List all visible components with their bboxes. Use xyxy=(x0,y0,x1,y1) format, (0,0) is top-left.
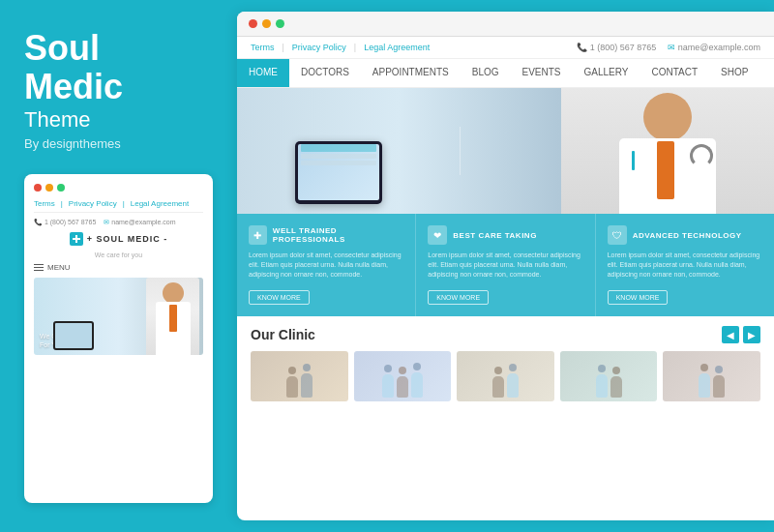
feature-title-1: WELL TRAINED PROFESSIONALS xyxy=(273,226,404,244)
site-hero xyxy=(237,88,774,214)
hero-tablet xyxy=(295,141,382,204)
legal-link[interactable]: Legal Agreement xyxy=(364,43,430,52)
hero-doctor xyxy=(605,88,730,214)
clinic-prev-btn[interactable]: ◀ xyxy=(722,326,739,343)
mobile-brand-name: + SOUL MEDIC - xyxy=(87,234,168,244)
mobile-doctor xyxy=(146,278,199,355)
clinic-section: Our Clinic ◀ ▶ xyxy=(237,316,774,411)
mobile-nav-links: Terms | Privacy Policy | Legal Agreement xyxy=(34,199,203,213)
know-more-btn-2[interactable]: KNOW MORE xyxy=(428,290,489,305)
nav-home[interactable]: HOME xyxy=(237,59,289,87)
brand-by: By designthemes xyxy=(24,136,213,151)
dot-yellow-browser xyxy=(262,19,271,28)
clinic-nav-buttons: ◀ ▶ xyxy=(722,326,760,343)
mobile-email: name@example.com xyxy=(111,219,175,225)
doctor-head xyxy=(163,282,184,304)
site-nav: HOME DOCTORS APPOINTMENTS BLOG EVENTS GA… xyxy=(237,59,774,88)
feature-title-3: ADVANCED TECHNOLOGY xyxy=(633,231,742,240)
left-panel: Soul Medic Theme By designthemes Terms |… xyxy=(0,0,237,532)
phone-icon: 📞 xyxy=(577,43,587,52)
nav-blog[interactable]: BLOG xyxy=(461,59,511,87)
feature-body-1: Lorem ipsum dolor sit amet, consectetur … xyxy=(249,251,403,279)
hero-stethoscope xyxy=(690,144,713,167)
mobile-email-icon: ✉ xyxy=(104,219,109,225)
hero-pen xyxy=(632,151,635,170)
hero-doctor-tie xyxy=(657,141,674,199)
hero-doctor-head xyxy=(643,93,692,141)
nav-events[interactable]: EVENTS xyxy=(511,59,573,87)
mobile-tagline: We care for you xyxy=(34,251,203,258)
feature-card-header-2: ❤ BEST CARE TAKING xyxy=(428,225,582,245)
dot-yellow xyxy=(45,184,53,192)
hero-doctor-area xyxy=(561,88,774,214)
mobile-brand: + SOUL MEDIC - xyxy=(34,232,203,246)
clinic-image-3 xyxy=(457,351,554,401)
feature-card-header-1: ✚ WELL TRAINED PROFESSIONALS xyxy=(249,225,403,245)
email-icon: ✉ xyxy=(668,43,675,52)
topbar-links: Terms | Privacy Policy | Legal Agreement xyxy=(251,43,430,52)
dot-green xyxy=(57,184,65,192)
feature-icon-2: ❤ xyxy=(428,225,447,245)
nav-contact[interactable]: CONTACT xyxy=(640,59,710,87)
nav-shop[interactable]: SHOP xyxy=(709,59,759,87)
clinic-image-1 xyxy=(251,351,348,401)
browser-chrome xyxy=(237,12,774,37)
clinic-next-btn[interactable]: ▶ xyxy=(743,326,760,343)
feature-card-professionals: ✚ WELL TRAINED PROFESSIONALS Lorem ipsum… xyxy=(237,214,416,316)
phone-number: 1 (800) 567 8765 xyxy=(590,43,657,52)
mobile-card-dots xyxy=(34,184,203,192)
email-address: name@example.com xyxy=(678,43,760,52)
clinic-image-2 xyxy=(354,351,452,401)
privacy-link[interactable]: Privacy Policy xyxy=(292,43,346,52)
clinic-images xyxy=(251,351,760,401)
feature-card-header-3: 🛡 ADVANCED TECHNOLOGY xyxy=(608,225,762,245)
mobile-phone-icon: 📞 xyxy=(34,219,43,225)
tablet-screen-bar2 xyxy=(301,154,376,159)
feature-card-care: ❤ BEST CARE TAKING Lorem ipsum dolor sit… xyxy=(416,214,595,316)
sep1: | xyxy=(283,43,284,52)
feature-card-technology: 🛡 ADVANCED TECHNOLOGY Lorem ipsum dolor … xyxy=(596,214,774,316)
mobile-menu-btn[interactable]: MENU xyxy=(34,263,203,272)
know-more-btn-3[interactable]: KNOW MORE xyxy=(608,290,669,305)
mobile-legal-link[interactable]: Legal Agreement xyxy=(131,199,190,208)
mobile-tablet xyxy=(53,321,94,350)
person-group-4 xyxy=(560,351,658,401)
clinic-image-5 xyxy=(663,351,760,401)
person-group-2 xyxy=(354,351,452,401)
hero-tablet-screen xyxy=(298,144,379,200)
mobile-tablet-screen xyxy=(55,323,92,348)
phone-contact: 📞 1 (800) 567 8765 xyxy=(577,43,656,52)
dot-green-browser xyxy=(276,19,284,28)
feature-icon-3: 🛡 xyxy=(608,225,627,245)
feature-body-3: Lorem ipsum dolor sit amet, consectetur … xyxy=(608,251,762,279)
nav-gallery[interactable]: GALLERY xyxy=(573,59,640,87)
person-group-1 xyxy=(251,351,348,401)
mobile-privacy-link[interactable]: Privacy Policy xyxy=(69,199,117,208)
person-group-5 xyxy=(663,351,760,401)
sep2: | xyxy=(354,43,356,52)
site-topbar: Terms | Privacy Policy | Legal Agreement… xyxy=(237,37,774,59)
feature-body-2: Lorem ipsum dolor sit amet, consectetur … xyxy=(428,251,582,279)
terms-link[interactable]: Terms xyxy=(251,43,275,52)
mobile-terms-link[interactable]: Terms xyxy=(34,199,55,208)
mobile-phone: 1 (800) 567 8765 xyxy=(45,219,96,225)
mobile-preview-card: Terms | Privacy Policy | Legal Agreement… xyxy=(24,174,213,503)
feature-title-2: BEST CARE TAKING xyxy=(453,231,537,240)
mobile-brand-icon xyxy=(70,232,83,246)
brand-subtitle: Theme xyxy=(24,107,213,133)
mobile-hero-image: We CareFor You xyxy=(34,278,203,355)
mobile-menu-label: MENU xyxy=(47,263,71,272)
nav-doctors[interactable]: DOCTORS xyxy=(289,59,361,87)
right-panel: Terms | Privacy Policy | Legal Agreement… xyxy=(237,12,774,520)
clinic-title: Our Clinic xyxy=(251,327,315,342)
nav-appointments[interactable]: APPOINTMENTS xyxy=(361,59,461,87)
email-contact: ✉ name@example.com xyxy=(668,43,760,52)
dot-red-browser xyxy=(249,19,257,28)
person-group-3 xyxy=(457,351,554,401)
tablet-screen-bar3 xyxy=(301,161,376,165)
clinic-header: Our Clinic ◀ ▶ xyxy=(251,326,760,343)
know-more-btn-1[interactable]: KNOW MORE xyxy=(249,290,310,305)
dot-red xyxy=(34,184,42,192)
feature-icon-1: ✚ xyxy=(249,225,267,245)
hero-divider xyxy=(460,127,461,175)
